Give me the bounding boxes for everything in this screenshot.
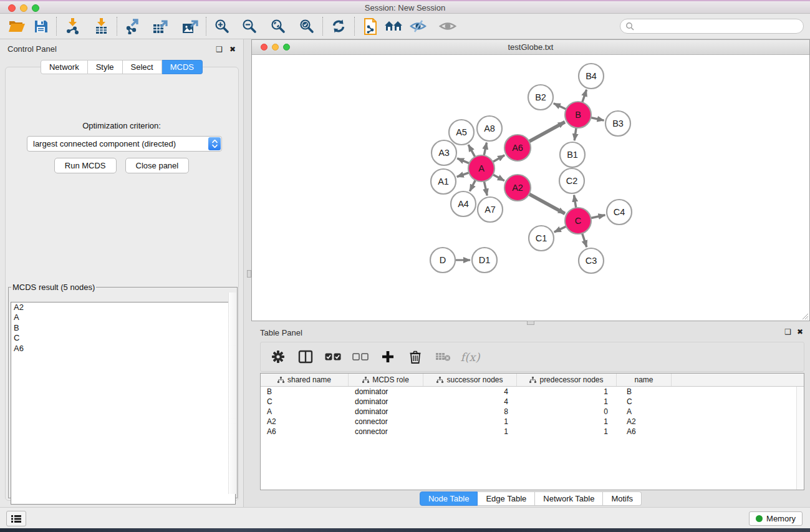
memory-button[interactable]: Memory — [749, 511, 803, 526]
table-row[interactable]: Bdominator41B — [261, 387, 804, 397]
node-a4[interactable]: A4 — [451, 191, 476, 216]
cell-mcds-role: dominator — [349, 397, 423, 407]
column-header-successor-nodes[interactable]: successor nodes — [423, 374, 517, 386]
network-view-window: testGlobe.txt B4B2BB3A8A5A6A3B1AA1C2A2A4… — [251, 39, 810, 321]
run-mcds-button[interactable]: Run MCDS — [54, 158, 117, 173]
node-a8[interactable]: A8 — [477, 116, 502, 141]
status-bar: Memory — [0, 507, 810, 528]
node-d[interactable]: D — [430, 248, 455, 273]
table-row[interactable]: A2connector11A2 — [261, 417, 804, 427]
result-scrollbar[interactable] — [228, 293, 236, 494]
import-table-button[interactable] — [89, 16, 113, 37]
network-canvas[interactable]: B4B2BB3A8A5A6A3B1AA1C2A2A4A7C4CC1C3DD1 — [252, 55, 809, 321]
table-row[interactable]: Cdominator41C — [261, 397, 804, 407]
result-item-a2[interactable]: A2 — [11, 302, 235, 312]
node-c4[interactable]: C4 — [607, 200, 632, 225]
node-b[interactable]: B — [565, 102, 591, 128]
criterion-dropdown[interactable]: largest connected component (directed) — [27, 136, 222, 152]
tab-motifs[interactable]: Motifs — [603, 491, 642, 506]
open-session-button[interactable] — [5, 16, 29, 37]
tab-network-table[interactable]: Network Table — [535, 491, 603, 506]
float-table-panel-icon[interactable]: ❑ — [784, 327, 791, 336]
close-panel-icon[interactable]: ✖ — [229, 45, 236, 54]
export-network-button[interactable] — [121, 16, 145, 37]
tab-network[interactable]: Network — [41, 60, 88, 74]
svg-text:A5: A5 — [456, 127, 467, 137]
node-b2[interactable]: B2 — [528, 85, 553, 110]
select-all-rows-button[interactable] — [322, 345, 344, 369]
tab-select[interactable]: Select — [123, 60, 162, 74]
close-panel-button[interactable]: Close panel — [125, 158, 190, 173]
result-item-a6[interactable]: A6 — [11, 344, 235, 354]
tab-mcds[interactable]: MCDS — [162, 60, 203, 74]
criterion-value: largest connected component (directed) — [33, 139, 176, 148]
import-network-button[interactable] — [60, 16, 84, 37]
node-a[interactable]: A — [468, 155, 494, 181]
zoom-fit-button[interactable] — [266, 16, 290, 37]
create-column-button[interactable] — [377, 345, 399, 369]
node-d1[interactable]: D1 — [472, 248, 497, 273]
export-table-button[interactable] — [148, 16, 172, 37]
column-header-mcds-role[interactable]: MCDS role — [349, 374, 423, 386]
column-header-name[interactable]: name — [617, 374, 672, 386]
node-a3[interactable]: A3 — [432, 140, 456, 165]
control-panel-titlebar: Control Panel ❑ ✖ — [0, 39, 243, 58]
node-a2[interactable]: A2 — [504, 175, 531, 201]
result-item-c[interactable]: C — [11, 333, 235, 343]
node-a5[interactable]: A5 — [449, 120, 474, 145]
control-panel-title: Control Panel — [7, 44, 57, 54]
cell-predecessor-nodes: 1 — [517, 387, 617, 397]
node-c3[interactable]: C3 — [579, 248, 604, 273]
trash-icon — [409, 350, 422, 364]
node-a6[interactable]: A6 — [504, 135, 531, 161]
search-box[interactable] — [620, 19, 804, 34]
node-a7[interactable]: A7 — [478, 197, 503, 222]
result-item-a[interactable]: A — [11, 312, 235, 322]
cell-successor-nodes: 4 — [423, 397, 517, 407]
export-image-button[interactable] — [178, 16, 202, 37]
refresh-layout-button[interactable] — [327, 16, 350, 37]
hide-selected-button[interactable] — [406, 16, 430, 37]
svg-text:B3: B3 — [612, 118, 624, 128]
vertical-splitter-handle[interactable] — [247, 270, 251, 278]
zoom-out-button[interactable] — [238, 16, 261, 37]
show-all-button[interactable] — [436, 16, 460, 37]
node-b3[interactable]: B3 — [605, 111, 630, 136]
resize-grip[interactable] — [801, 312, 809, 320]
zoom-in-button[interactable] — [210, 16, 234, 37]
zoom-selected-button[interactable] — [295, 16, 319, 37]
attribute-icon — [529, 377, 536, 384]
import-table-icon — [94, 18, 109, 34]
memory-status-icon — [756, 515, 763, 522]
show-columns-button[interactable] — [294, 345, 317, 369]
main-toolbar — [0, 14, 810, 39]
deselect-all-rows-button[interactable] — [349, 345, 372, 369]
table-settings-button[interactable] — [267, 345, 289, 369]
delete-table-button[interactable] — [432, 345, 454, 369]
control-panel: Control Panel ❑ ✖ NetworkStyleSelectMCDS… — [0, 39, 244, 507]
float-panel-icon[interactable]: ❑ — [216, 45, 223, 54]
new-network-from-selection-button[interactable] — [359, 16, 382, 37]
first-neighbors-button[interactable] — [382, 16, 406, 37]
table-row[interactable]: A6connector11A6 — [261, 427, 804, 437]
search-input[interactable] — [634, 20, 803, 32]
node-c1[interactable]: C1 — [529, 226, 554, 251]
delete-columns-button[interactable] — [404, 345, 427, 369]
table-row[interactable]: Adominator80A — [261, 407, 804, 417]
node-b1[interactable]: B1 — [560, 142, 585, 167]
node-a1[interactable]: A1 — [431, 169, 456, 194]
node-c[interactable]: C — [565, 208, 591, 234]
tab-edge-table[interactable]: Edge Table — [478, 491, 535, 506]
table-scrollbar[interactable] — [796, 387, 804, 490]
column-header-shared-name[interactable]: shared name — [261, 374, 349, 386]
task-history-button[interactable] — [6, 511, 26, 526]
result-item-b[interactable]: B — [11, 323, 235, 333]
node-c2[interactable]: C2 — [559, 168, 584, 193]
function-builder-button[interactable]: f(x) — [459, 345, 481, 369]
tab-style[interactable]: Style — [88, 60, 123, 74]
close-table-panel-icon[interactable]: ✖ — [797, 327, 803, 336]
column-header-predecessor-nodes[interactable]: predecessor nodes — [517, 374, 617, 386]
node-b4[interactable]: B4 — [579, 64, 604, 89]
tab-node-table[interactable]: Node Table — [420, 491, 478, 506]
save-session-button[interactable] — [29, 16, 52, 37]
